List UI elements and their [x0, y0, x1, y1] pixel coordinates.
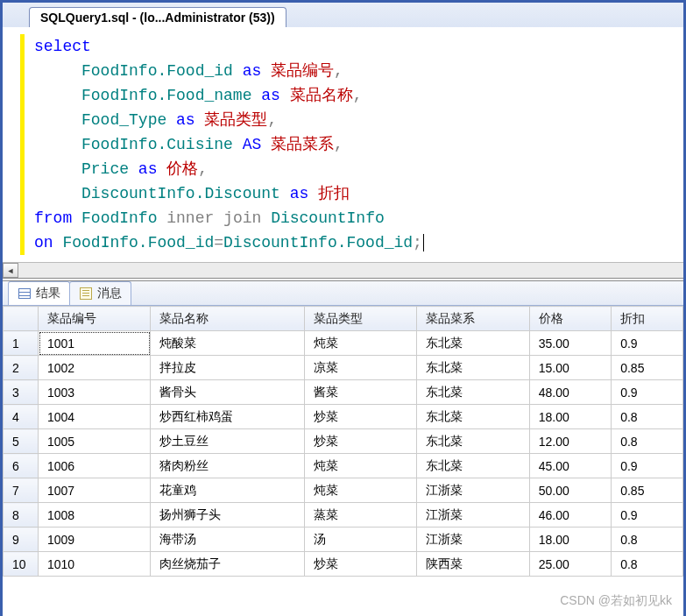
- grid-cell[interactable]: 陕西菜: [417, 552, 529, 577]
- table-row[interactable]: 41004炒西红柿鸡蛋炒菜东北菜18.000.8: [4, 405, 683, 429]
- grid-cell[interactable]: 0.8: [612, 552, 683, 577]
- grid-cell[interactable]: 东北菜: [417, 405, 529, 429]
- document-tab-strip: SQLQuery1.sql - (lo...Administrator (53)…: [3, 3, 683, 27]
- grid-cell[interactable]: 1004: [39, 405, 151, 429]
- grid-cell[interactable]: 1006: [39, 454, 151, 478]
- grid-cell[interactable]: 拌拉皮: [151, 356, 304, 380]
- grid-cell[interactable]: 12.00: [529, 429, 612, 454]
- row-number-cell[interactable]: 4: [4, 405, 39, 429]
- document-tab[interactable]: SQLQuery1.sql - (lo...Administrator (53)…: [29, 7, 286, 27]
- grid-cell[interactable]: 炒菜: [304, 429, 416, 454]
- grid-cell[interactable]: 猪肉粉丝: [151, 454, 304, 478]
- grid-cell[interactable]: 炒西红柿鸡蛋: [151, 405, 304, 429]
- grid-header-cell[interactable]: 菜品编号: [39, 307, 151, 331]
- grid-cell[interactable]: 1009: [39, 527, 151, 552]
- grid-cell[interactable]: 炖菜: [304, 331, 416, 356]
- grid-cell[interactable]: 0.9: [612, 454, 683, 478]
- row-number-cell[interactable]: 8: [4, 503, 39, 527]
- scroll-track[interactable]: [18, 263, 683, 278]
- grid-cell[interactable]: 炒菜: [304, 405, 416, 429]
- grid-cell[interactable]: 炖菜: [304, 478, 416, 503]
- grid-cell[interactable]: 25.00: [529, 552, 612, 577]
- grid-cell[interactable]: 江浙菜: [417, 478, 529, 503]
- grid-cell[interactable]: 1008: [39, 503, 151, 527]
- grid-cell[interactable]: 海带汤: [151, 527, 304, 552]
- tab-messages[interactable]: 消息: [69, 281, 131, 305]
- row-number-cell[interactable]: 3: [4, 380, 39, 405]
- grid-cell[interactable]: 0.9: [612, 331, 683, 356]
- grid-cell[interactable]: 48.00: [529, 380, 612, 405]
- table-row[interactable]: 51005炒土豆丝炒菜东北菜12.000.8: [4, 429, 683, 454]
- grid-cell[interactable]: 0.8: [612, 405, 683, 429]
- grid-cell[interactable]: 炒菜: [304, 552, 416, 577]
- table-row[interactable]: 71007花童鸡炖菜江浙菜50.000.85: [4, 478, 683, 503]
- grid-cell[interactable]: 1005: [39, 429, 151, 454]
- row-number-cell[interactable]: 9: [4, 527, 39, 552]
- grid-cell[interactable]: 东北菜: [417, 331, 529, 356]
- sql-editor[interactable]: select FoodInfo.Food_id as 菜品编号, FoodInf…: [3, 27, 683, 262]
- results-grid[interactable]: 菜品编号 菜品名称 菜品类型 菜品菜系 价格 折扣 11001炖酸菜炖菜东北菜3…: [3, 306, 683, 577]
- grid-cell[interactable]: 18.00: [529, 527, 612, 552]
- grid-cell[interactable]: 东北菜: [417, 454, 529, 478]
- grid-header-cell[interactable]: 折扣: [612, 307, 683, 331]
- grid-cell[interactable]: 东北菜: [417, 429, 529, 454]
- grid-cell[interactable]: 花童鸡: [151, 478, 304, 503]
- grid-header-cell[interactable]: 价格: [529, 307, 612, 331]
- grid-cell[interactable]: 酱菜: [304, 380, 416, 405]
- sql-alias: 菜品名称: [290, 87, 353, 104]
- grid-header-row: 菜品编号 菜品名称 菜品类型 菜品菜系 价格 折扣: [4, 307, 683, 331]
- grid-cell[interactable]: 1002: [39, 356, 151, 380]
- grid-cell[interactable]: 江浙菜: [417, 527, 529, 552]
- table-row[interactable]: 21002拌拉皮凉菜东北菜15.000.85: [4, 356, 683, 380]
- grid-cell[interactable]: 46.00: [529, 503, 612, 527]
- results-grid-wrapper[interactable]: 菜品编号 菜品名称 菜品类型 菜品菜系 价格 折扣 11001炖酸菜炖菜东北菜3…: [3, 306, 683, 616]
- grid-cell[interactable]: 汤: [304, 527, 416, 552]
- grid-cell[interactable]: 45.00: [529, 454, 612, 478]
- grid-cell[interactable]: 1003: [39, 380, 151, 405]
- editor-horizontal-scrollbar[interactable]: ◄: [3, 262, 683, 278]
- grid-cell[interactable]: 1010: [39, 552, 151, 577]
- grid-cell[interactable]: 东北菜: [417, 356, 529, 380]
- grid-cell[interactable]: 0.8: [612, 527, 683, 552]
- row-number-cell[interactable]: 2: [4, 356, 39, 380]
- row-number-cell[interactable]: 1: [4, 331, 39, 356]
- grid-header-cell[interactable]: 菜品菜系: [417, 307, 529, 331]
- grid-cell[interactable]: 蒸菜: [304, 503, 416, 527]
- grid-cell[interactable]: 肉丝烧茄子: [151, 552, 304, 577]
- grid-cell[interactable]: 0.9: [612, 503, 683, 527]
- grid-cell[interactable]: 18.00: [529, 405, 612, 429]
- grid-cell[interactable]: 扬州狮子头: [151, 503, 304, 527]
- table-row[interactable]: 31003酱骨头酱菜东北菜48.000.9: [4, 380, 683, 405]
- grid-cell[interactable]: 1007: [39, 478, 151, 503]
- grid-cell[interactable]: 东北菜: [417, 380, 529, 405]
- sql-ident: Price: [81, 160, 129, 178]
- table-row[interactable]: 81008扬州狮子头蒸菜江浙菜46.000.9: [4, 503, 683, 527]
- table-row[interactable]: 101010肉丝烧茄子炒菜陕西菜25.000.8: [4, 552, 683, 577]
- grid-cell[interactable]: 1001: [39, 331, 151, 356]
- row-number-cell[interactable]: 7: [4, 478, 39, 503]
- grid-cell[interactable]: 炒土豆丝: [151, 429, 304, 454]
- grid-cell[interactable]: 0.8: [612, 429, 683, 454]
- row-number-cell[interactable]: 5: [4, 429, 39, 454]
- grid-cell[interactable]: 35.00: [529, 331, 612, 356]
- table-row[interactable]: 91009海带汤汤江浙菜18.000.8: [4, 527, 683, 552]
- grid-cell[interactable]: 0.9: [612, 380, 683, 405]
- grid-cell[interactable]: 江浙菜: [417, 503, 529, 527]
- row-number-cell[interactable]: 6: [4, 454, 39, 478]
- row-number-cell[interactable]: 10: [4, 552, 39, 577]
- grid-corner-cell[interactable]: [4, 307, 39, 331]
- scroll-left-button[interactable]: ◄: [3, 263, 18, 278]
- grid-cell[interactable]: 0.85: [612, 478, 683, 503]
- grid-cell[interactable]: 0.85: [612, 356, 683, 380]
- grid-cell[interactable]: 炖菜: [304, 454, 416, 478]
- grid-header-cell[interactable]: 菜品名称: [151, 307, 304, 331]
- grid-cell[interactable]: 15.00: [529, 356, 612, 380]
- grid-cell[interactable]: 酱骨头: [151, 380, 304, 405]
- table-row[interactable]: 11001炖酸菜炖菜东北菜35.000.9: [4, 331, 683, 356]
- tab-results[interactable]: 结果: [8, 281, 70, 305]
- table-row[interactable]: 61006猪肉粉丝炖菜东北菜45.000.9: [4, 454, 683, 478]
- grid-header-cell[interactable]: 菜品类型: [304, 307, 416, 331]
- grid-cell[interactable]: 炖酸菜: [151, 331, 304, 356]
- grid-cell[interactable]: 凉菜: [304, 356, 416, 380]
- grid-cell[interactable]: 50.00: [529, 478, 612, 503]
